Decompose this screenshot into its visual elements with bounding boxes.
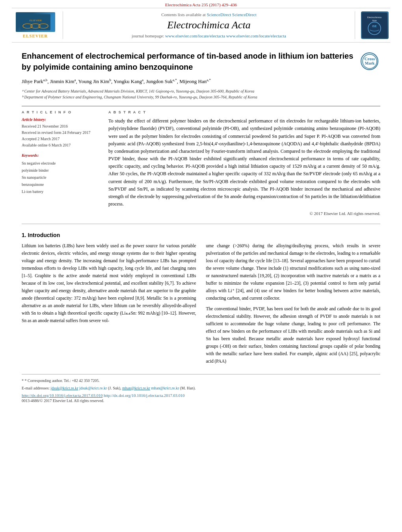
accepted-date: Accepted 2 March 2017 (22, 136, 100, 142)
section-divider (22, 224, 380, 224)
journal-badge: Electrochimica Acta ISE (361, 11, 389, 39)
elsevier-name: ELSEVIER (23, 33, 48, 38)
abstract-copyright: © 2017 Elsevier Ltd. All rights reserved… (108, 211, 380, 216)
affiliations: ᵃ Center for Advanced Battery Materials,… (22, 88, 380, 100)
keyword-4: benzoquinone (22, 181, 100, 188)
homepage-url[interactable]: www.elsevier.com/locate/electacta (165, 33, 225, 38)
email-1-text: jdsuk@krict.re.kr (79, 386, 107, 390)
abstract-heading: A B S T R A C T (108, 110, 380, 114)
intro-para-col2-2: The conventional binder, PVDF, has been … (206, 305, 381, 365)
authors-line: Jihye Parka,b, Jinmin Kima, Young Jin Ki… (22, 77, 380, 86)
svg-text:ISE: ISE (372, 25, 377, 28)
homepage-url-text: www.elsevier.com/locate/electacta (226, 33, 286, 38)
info-abstract-section: A R T I C L E I N F O Article history: R… (22, 106, 380, 216)
journal-homepage-line: journal homepage: www.elsevier.com/locat… (132, 33, 286, 38)
doi-text: http://dx.doi.org/10.1016/j.electacta.20… (104, 393, 184, 398)
corresponding-author-note: * * Corresponding author. Tel.: +82 42 3… (22, 378, 380, 384)
email-label: E-mail addresses: (22, 386, 50, 390)
svg-text:Mark: Mark (365, 61, 374, 65)
sciencedirect-link[interactable]: ScienceDirect (207, 12, 231, 17)
article-history: Article history: Received 21 November 20… (22, 117, 100, 148)
keyword-3: Sn nanoparticle (22, 174, 100, 181)
email-2-link[interactable]: mhan@krict.re.kr (122, 386, 150, 390)
abstract-column: A B S T R A C T To study the effect of d… (108, 110, 380, 216)
affiliation-a: ᵃ Center for Advanced Battery Materials,… (22, 88, 380, 94)
email-2-text: mhan@krict.re.kr (151, 386, 179, 390)
intro-para-1: Lithium ion batteries (LIBs) have been w… (22, 242, 196, 324)
svg-text:ELSEVIER: ELSEVIER (29, 19, 42, 22)
article-info-heading: A R T I C L E I N F O (22, 110, 100, 114)
doi-line: http://dx.doi.org/10.1016/j.electacta.20… (22, 393, 380, 398)
affiliation-b: ᵇ Department of Polymer Science and Engi… (22, 94, 380, 100)
journal-title-area: Contents lists available at ScienceDirec… (63, 11, 355, 39)
received-revised-date: Received in revised form 24 February 201… (22, 130, 100, 136)
contents-line: Contents lists available at ScienceDirec… (161, 12, 257, 17)
journal-citation: Electrochimica Acta 235 (2017) 429–436 (165, 2, 237, 7)
introduction-section: 1. Introduction Lithium ion batteries (L… (22, 232, 380, 368)
intro-para-col2-1: ume change (>260%) during the alloying/d… (206, 242, 381, 302)
svg-text:Cross: Cross (364, 56, 375, 61)
body-two-column: Lithium ion batteries (LIBs) have been w… (22, 242, 380, 368)
abstract-text: To study the effect of different polymer… (108, 117, 380, 208)
journal-badge-area: Electrochimica Acta ISE (355, 11, 390, 39)
corresponding-author-text: * Corresponding author. Tel.: +82 42 350… (25, 378, 100, 383)
article-title-section: Enhancement of electrochemical performan… (22, 50, 380, 72)
page: Electrochimica Acta 235 (2017) 429–436 E… (0, 0, 402, 532)
keyword-5: Li-ion battery (22, 188, 100, 195)
publisher-logo-area: ELSEVIER ELSEVIER (12, 11, 63, 39)
crossmark-badge: Cross Mark (361, 52, 378, 70)
available-online-date: Available online 6 March 2017 (22, 142, 100, 148)
keyword-1: Sn negative electrode (22, 160, 100, 167)
article-title-text: Enhancement of electrochemical performan… (22, 50, 355, 72)
received-date: Received 21 November 2016 (22, 123, 100, 130)
svg-text:Acta: Acta (372, 19, 377, 22)
email-person-2: (M. Han). (180, 386, 196, 390)
keywords-section: Keywords: Sn negative electrode polyimid… (22, 153, 100, 195)
journal-title: Electrochimica Acta (167, 19, 251, 31)
keywords-label: Keywords: (22, 153, 100, 158)
footnote-area: * * Corresponding author. Tel.: +82 42 3… (22, 374, 380, 403)
article-content: Enhancement of electrochemical performan… (0, 43, 402, 411)
footnote-star: * (22, 378, 25, 383)
article-info-column: A R T I C L E I N F O Article history: R… (22, 110, 100, 216)
elsevier-logo: ELSEVIER ELSEVIER (16, 12, 55, 38)
email-person-1: (J. Suk), (108, 386, 121, 390)
doi-link[interactable]: http://dx.doi.org/10.1016/j.electacta.20… (22, 393, 102, 398)
article-title: Enhancement of electrochemical performan… (22, 50, 355, 72)
sciencedirect-text: ScienceDirect (232, 12, 257, 17)
body-left-column: Lithium ion batteries (LIBs) have been w… (22, 242, 196, 368)
body-right-column: ume change (>260%) during the alloying/d… (206, 242, 381, 368)
history-label: Article history: (22, 117, 100, 122)
email-line: E-mail addresses: jdsuk@krict.re.kr jdsu… (22, 385, 380, 391)
elsevier-logo-image: ELSEVIER (16, 12, 55, 32)
crossmark-area: Cross Mark (361, 52, 380, 72)
journal-header: ELSEVIER ELSEVIER Contents lists availab… (12, 8, 390, 43)
email-1-link[interactable]: jdsuk@krict.re.kr (50, 386, 78, 390)
journal-citation-banner: Electrochimica Acta 235 (2017) 429–436 (0, 0, 402, 8)
svg-text:Electrochimica: Electrochimica (367, 16, 382, 19)
keyword-2: polyimide binder (22, 167, 100, 174)
intro-heading: 1. Introduction (22, 232, 380, 238)
issn-line: 0013-4686/© 2017 Elsevier Ltd. All right… (22, 399, 380, 403)
